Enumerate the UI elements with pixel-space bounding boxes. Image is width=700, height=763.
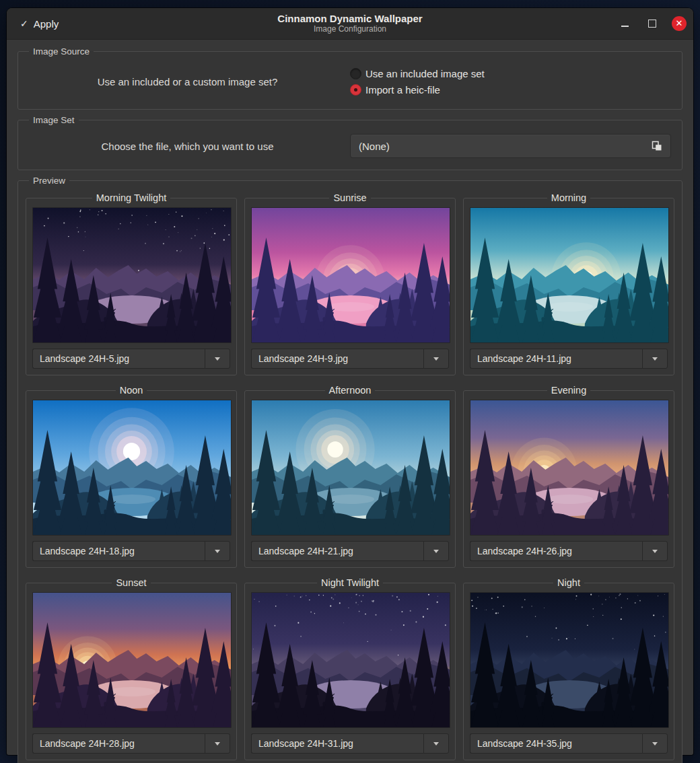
image-set-legend: Image Set	[29, 115, 79, 125]
window-title-group: Cinnamon Dynamic Wallpaper Image Configu…	[277, 13, 422, 34]
tile-title: Morning	[547, 192, 590, 203]
radio-option-label: Use an included image set	[365, 68, 485, 79]
apply-label: Apply	[34, 18, 59, 30]
wallpaper-preview-image	[251, 400, 450, 536]
tile-title: Night Twilight	[317, 577, 383, 588]
tile-title: Sunset	[112, 577, 150, 588]
combo-dropdown-button[interactable]	[205, 541, 230, 561]
radio-option-import-heic[interactable]: Import a heic-file	[350, 84, 675, 96]
combo-value[interactable]: Landscape 24H-21.jpg	[251, 541, 423, 561]
preview-tile: Afternoon Landscape 24H-21.jpg	[244, 385, 456, 568]
image-file-combobox[interactable]: Landscape 24H-26.jpg	[470, 541, 668, 561]
app-window: ✓ Apply Cinnamon Dynamic Wallpaper Image…	[7, 8, 693, 755]
window-title: Cinnamon Dynamic Wallpaper	[277, 13, 422, 24]
tile-title: Afternoon	[325, 385, 376, 396]
chevron-down-icon	[652, 357, 658, 361]
file-icon	[652, 141, 662, 151]
combo-value[interactable]: Landscape 24H-5.jpg	[32, 349, 205, 369]
combo-value[interactable]: Landscape 24H-28.jpg	[32, 733, 205, 754]
wallpaper-preview-image	[470, 400, 669, 536]
image-file-combobox[interactable]: Landscape 24H-35.jpg	[470, 733, 668, 754]
radio-checked-icon[interactable]	[350, 84, 361, 96]
check-icon: ✓	[20, 18, 28, 29]
image-file-combobox[interactable]: Landscape 24H-31.jpg	[251, 733, 449, 754]
chevron-down-icon	[215, 550, 220, 553]
combo-dropdown-button[interactable]	[423, 349, 449, 369]
radio-option-included-set[interactable]: Use an included image set	[350, 68, 675, 79]
chevron-down-icon	[215, 742, 220, 746]
preview-legend: Preview	[29, 176, 69, 186]
combo-dropdown-button[interactable]	[423, 733, 449, 754]
tile-title: Morning Twilight	[92, 192, 171, 203]
image-source-question: Use an included or a custom image set?	[25, 76, 350, 87]
image-file-combobox[interactable]: Landscape 24H-5.jpg	[32, 349, 230, 369]
combo-dropdown-button[interactable]	[423, 541, 449, 561]
wallpaper-preview-image	[470, 207, 669, 343]
preview-tile: Morning Twilight Landscape 24H-5.jpg	[26, 192, 237, 375]
preview-tile: Noon Landscape 24H-18.jpg	[26, 385, 237, 568]
image-file-combobox[interactable]: Landscape 24H-18.jpg	[32, 541, 230, 561]
preview-tile: Night Landscape 24H-35.jpg	[463, 577, 674, 760]
combo-dropdown-button[interactable]	[642, 349, 668, 369]
combo-value[interactable]: Landscape 24H-9.jpg	[251, 349, 423, 369]
titlebar[interactable]: ✓ Apply Cinnamon Dynamic Wallpaper Image…	[7, 8, 693, 40]
maximize-button[interactable]	[644, 15, 660, 32]
image-file-combobox[interactable]: Landscape 24H-9.jpg	[251, 349, 449, 369]
combo-value[interactable]: Landscape 24H-31.jpg	[251, 733, 423, 754]
close-icon: ✕	[676, 19, 683, 28]
radio-option-label: Import a heic-file	[365, 84, 440, 96]
wallpaper-preview-image	[32, 400, 232, 536]
chevron-down-icon	[652, 742, 658, 746]
chevron-down-icon	[433, 742, 439, 746]
preview-tile: Evening Landscape 24H-26.jpg	[463, 385, 674, 568]
chevron-down-icon	[433, 357, 439, 361]
combo-dropdown-button[interactable]	[205, 733, 230, 754]
combo-value[interactable]: Landscape 24H-11.jpg	[470, 349, 642, 369]
combo-value[interactable]: Landscape 24H-26.jpg	[470, 541, 642, 561]
preview-tile: Morning Landscape 24H-11.jpg	[463, 192, 674, 375]
maximize-icon	[648, 20, 656, 28]
wallpaper-preview-image	[32, 207, 232, 343]
image-source-options: Use an included image set Import a heic-…	[350, 64, 675, 100]
tile-title: Sunrise	[329, 192, 370, 203]
tile-title: Evening	[547, 385, 590, 396]
chevron-down-icon	[215, 357, 220, 361]
radio-unchecked-icon[interactable]	[350, 68, 361, 79]
minimize-button[interactable]	[617, 15, 633, 32]
tile-title: Night	[553, 577, 584, 588]
chevron-down-icon	[433, 550, 439, 553]
combo-value[interactable]: Landscape 24H-35.jpg	[470, 733, 642, 754]
window-content: Image Source Use an included or a custom…	[7, 40, 693, 763]
file-chooser-button[interactable]: (None)	[350, 134, 671, 158]
image-set-section: Image Set Choose the file, which you wan…	[18, 115, 682, 170]
image-source-section: Image Source Use an included or a custom…	[18, 46, 682, 110]
preview-grid: Morning Twilight Landscape 24H-5.jpg Sun…	[25, 190, 675, 762]
preview-section: Preview Morning Twilight Landscape 24H-5…	[18, 176, 682, 763]
close-button[interactable]: ✕	[672, 16, 687, 31]
tile-title: Noon	[116, 385, 147, 396]
image-file-combobox[interactable]: Landscape 24H-21.jpg	[251, 541, 449, 561]
window-subtitle: Image Configuration	[277, 25, 422, 34]
wallpaper-preview-image	[32, 592, 232, 728]
wallpaper-preview-image	[251, 207, 450, 343]
minimize-icon	[621, 26, 629, 27]
combo-dropdown-button[interactable]	[205, 349, 230, 369]
image-file-combobox[interactable]: Landscape 24H-28.jpg	[32, 733, 230, 754]
wallpaper-preview-image	[251, 592, 450, 728]
image-set-label: Choose the file, which you want to use	[25, 141, 350, 152]
image-file-combobox[interactable]: Landscape 24H-11.jpg	[470, 349, 668, 369]
image-source-legend: Image Source	[29, 46, 94, 57]
combo-dropdown-button[interactable]	[642, 541, 668, 561]
combo-value[interactable]: Landscape 24H-18.jpg	[32, 541, 205, 561]
chevron-down-icon	[652, 550, 658, 553]
preview-tile: Night Twilight Landscape 24H-31.jpg	[244, 577, 456, 760]
combo-dropdown-button[interactable]	[642, 733, 668, 754]
preview-tile: Sunset Landscape 24H-28.jpg	[26, 577, 237, 760]
preview-tile: Sunrise Landscape 24H-9.jpg	[244, 192, 456, 375]
apply-button[interactable]: ✓ Apply	[16, 15, 63, 32]
file-chooser-value: (None)	[359, 141, 652, 152]
window-controls: ✕	[617, 8, 687, 39]
wallpaper-preview-image	[470, 592, 669, 728]
